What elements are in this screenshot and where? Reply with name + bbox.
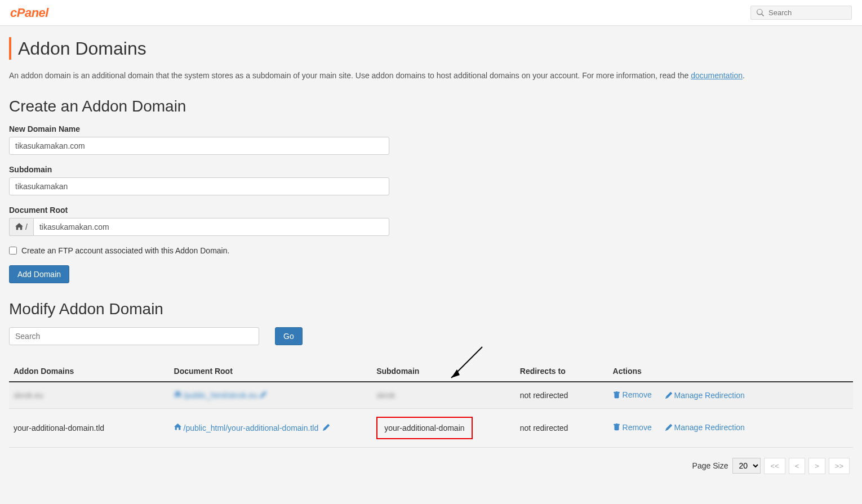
pagination: Page Size 20 << < > >> (9, 458, 853, 474)
trash-icon (613, 391, 620, 399)
global-search-input[interactable] (768, 8, 846, 17)
search-icon (757, 9, 764, 16)
subdomain-input[interactable] (9, 177, 389, 195)
table-row: skrok.eu /public_html/skrok.eu skrok not… (9, 382, 853, 408)
new-domain-input[interactable] (9, 137, 389, 155)
page-first-button[interactable]: << (764, 458, 785, 474)
docroot-cell[interactable]: /public_html/your-additional-domain.tld (174, 423, 330, 432)
subdomain-cell-highlighted: your-additional-domain (376, 417, 472, 439)
subdomain-label: Subdomain (9, 165, 853, 174)
description-text-pre: An addon domain is an additional domain … (9, 71, 691, 80)
modify-search-input[interactable] (9, 327, 259, 345)
description-text-post: . (743, 71, 745, 80)
new-domain-label: New Domain Name (9, 124, 853, 133)
col-actions: Actions (608, 361, 853, 382)
docroot-cell[interactable]: /public_html/skrok.eu (174, 391, 266, 400)
add-domain-button[interactable]: Add Domain (9, 265, 69, 283)
page-next-button[interactable]: > (808, 458, 825, 474)
col-subdomain: Subdomain (372, 361, 516, 382)
create-ftp-label[interactable]: Create an FTP account associated with th… (21, 246, 229, 255)
global-search[interactable] (750, 6, 852, 20)
page-description: An addon domain is an additional domain … (9, 70, 853, 82)
remove-link[interactable]: Remove (613, 390, 652, 399)
page-size-select[interactable]: 20 (732, 458, 761, 474)
page-title: Addon Domains (18, 38, 146, 59)
page-title-accent (9, 37, 11, 60)
pencil-icon (665, 424, 672, 431)
redirects-cell: not redirected (520, 391, 568, 400)
trash-icon (613, 423, 620, 431)
addon-domains-table: Addon Domains Document Root Subdomain Re… (9, 361, 853, 448)
col-addon-domains: Addon Domains (9, 361, 170, 382)
page-title-container: Addon Domains (9, 37, 853, 60)
pencil-icon (665, 392, 672, 399)
create-section-title: Create an Addon Domain (9, 97, 853, 115)
docroot-label: Document Root (9, 206, 853, 215)
manage-redirection-link[interactable]: Manage Redirection (665, 391, 745, 400)
create-ftp-checkbox[interactable] (9, 247, 17, 255)
domain-cell: your-additional-domain.tld (14, 423, 104, 432)
home-icon (174, 423, 181, 431)
redirects-cell: not redirected (520, 423, 568, 432)
modify-section-title: Modify Addon Domain (9, 300, 853, 318)
documentation-link[interactable]: documentation (691, 71, 743, 80)
domain-cell: skrok.eu (14, 391, 43, 400)
pencil-icon (260, 391, 266, 398)
page-prev-button[interactable]: < (789, 458, 806, 474)
docroot-input[interactable] (33, 218, 389, 236)
col-redirects-to: Redirects to (516, 361, 608, 382)
logo: cPanel (10, 6, 48, 20)
subdomain-cell: skrok (376, 391, 395, 400)
header: cPanel (0, 0, 862, 26)
col-document-root: Document Root (170, 361, 372, 382)
page-last-button[interactable]: >> (829, 458, 850, 474)
manage-redirection-link[interactable]: Manage Redirection (665, 423, 745, 432)
docroot-prefix: / (9, 218, 33, 236)
page-size-label: Page Size (692, 461, 728, 470)
remove-link[interactable]: Remove (613, 423, 652, 432)
go-button[interactable]: Go (275, 327, 303, 345)
home-icon (174, 391, 181, 398)
table-row: your-additional-domain.tld /public_html/… (9, 408, 853, 447)
pencil-icon[interactable] (323, 424, 330, 431)
home-icon (15, 223, 23, 231)
